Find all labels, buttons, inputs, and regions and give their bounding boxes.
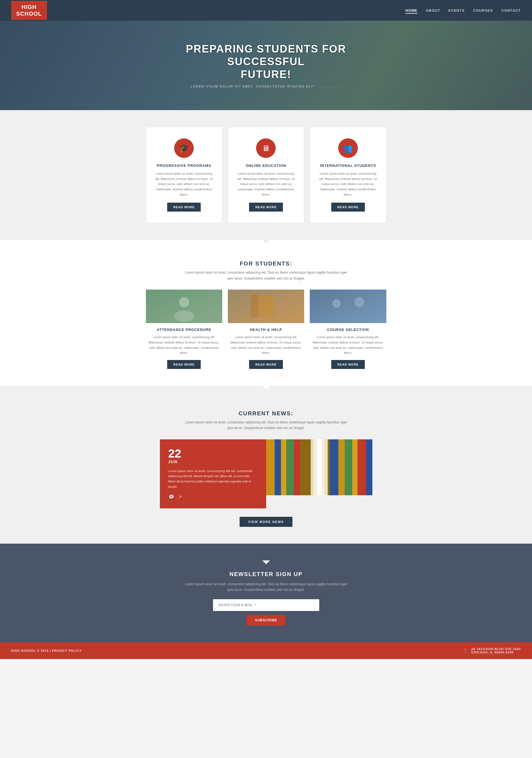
feature-title-1: ONLINE EDUCATION	[236, 163, 296, 168]
news-heading: CURRENT NEWS:	[11, 410, 521, 417]
svg-rect-5	[251, 294, 258, 318]
news-card-left: 22 JUN Lorem ipsum dolor sit amet, conse…	[160, 439, 266, 508]
news-body: Lorem ipsum dolor sit amet, consectscing…	[168, 468, 258, 489]
newsletter-email-input[interactable]	[213, 599, 319, 611]
feature-icon-2: 👥	[338, 138, 358, 158]
feature-btn-2[interactable]: READ MORE	[331, 203, 365, 212]
nav-link-courses[interactable]: COURSES	[473, 8, 493, 13]
divider-1	[0, 240, 532, 244]
feature-card-1: 🖥 ONLINE EDUCATION Lorem ipsum dolor sit…	[228, 127, 304, 223]
nl-top-divider	[11, 560, 521, 566]
newsletter-subtext: Lorem ipsum dolor sit amet, consectetur …	[182, 581, 350, 593]
view-more-news-button[interactable]: VIEW MORE NEWS	[240, 517, 292, 527]
svg-rect-26	[317, 439, 321, 495]
hero-line-decoration	[319, 86, 341, 87]
student-btn-1[interactable]: READ MORE	[249, 360, 283, 369]
news-card-right	[266, 439, 372, 495]
svg-rect-18	[330, 439, 338, 495]
student-title-1: HEALTH & HELP	[228, 327, 304, 332]
students-subtext: Lorem ipsum dolor sit amet, consectetur …	[182, 270, 350, 281]
student-body-0: Lorem ipsum dolor sit amet, consectscing…	[146, 334, 222, 356]
student-btn-2[interactable]: READ MORE	[331, 360, 365, 369]
svg-point-2	[174, 311, 194, 322]
footer: HIGH SCHOOL © 2015 | PRIVACY POLICY 📍 28…	[0, 642, 532, 659]
svg-rect-14	[294, 439, 300, 495]
svg-point-7	[333, 299, 341, 308]
news-subtext: Lorem ipsum dolor sit amet, consectetur …	[182, 420, 350, 431]
students-header: FOR STUDENTS: Lorem ipsum dolor sit amet…	[11, 260, 521, 281]
svg-point-1	[179, 297, 189, 307]
footer-address-wrapper: 📍 28 JACKSON BLVD STE 1020 CHICAGO, IL 6…	[463, 647, 521, 654]
student-image-1	[228, 290, 304, 323]
nav-link-contact[interactable]: CONTACT	[501, 8, 521, 13]
share-icon: ↗	[178, 494, 182, 500]
hero-subtext: LOREM IPSUM DOLOR SIT AMET, CONSECTETUR …	[168, 85, 364, 88]
hero-content: PREPARING STUDENTS FOR SUCCESSFUL FUTURE…	[168, 43, 364, 88]
location-icon: 📍	[463, 648, 469, 653]
feature-body-1: Lorem ipsum dolor sit amet, consectscing…	[236, 171, 296, 197]
svg-rect-19	[338, 439, 345, 495]
arrow-down-1	[262, 240, 270, 244]
nl-triangle	[262, 560, 270, 564]
newsletter-section: NEWSLETTER SIGN UP Lorem ipsum dolor sit…	[0, 544, 532, 642]
student-image-2	[310, 290, 386, 323]
svg-rect-6	[310, 290, 386, 323]
students-heading: FOR STUDENTS:	[11, 260, 521, 267]
logo-line1: HIGH	[16, 4, 42, 10]
student-title-0: ATTENDANCE PROCEDURE	[146, 327, 222, 332]
news-icons: 💬 ↗	[168, 494, 258, 500]
feature-body-0: Lorem ipsum dolor sit amet, consectscing…	[155, 171, 214, 197]
feature-title-0: PROGRESSIVE PROGRAMS	[155, 163, 214, 168]
subscribe-btn-wrapper: SUBSCRIBE	[11, 615, 521, 626]
footer-copyright: HIGH SCHOOL © 2015 | PRIVACY POLICY	[11, 649, 82, 652]
feature-icon-0: 🎓	[174, 138, 194, 158]
hero-heading: PREPARING STUDENTS FOR SUCCESSFUL FUTURE…	[168, 43, 364, 81]
news-section: CURRENT NEWS: Lorem ipsum dolor sit amet…	[0, 394, 532, 544]
nav-links: HOME ABOUT EVENTS COURSES CONTACT	[406, 8, 521, 13]
divider-2	[0, 386, 532, 394]
newsletter-heading: NEWSLETTER SIGN UP	[11, 571, 521, 577]
nav-link-about[interactable]: ABOUT	[426, 8, 440, 13]
student-body-1: Lorem ipsum dolor sit amet, consectscing…	[228, 334, 304, 356]
student-card-2: COURSE SELECTION Lorem ipsum dolor sit a…	[310, 290, 386, 369]
feature-icon-1: 🖥	[256, 138, 276, 158]
svg-rect-11	[274, 439, 281, 495]
svg-rect-10	[266, 439, 274, 495]
svg-rect-13	[286, 439, 294, 495]
svg-rect-21	[352, 439, 357, 495]
news-month: JUN	[168, 460, 258, 464]
logo[interactable]: HIGH SCHOOL	[11, 1, 47, 20]
svg-rect-22	[357, 439, 366, 495]
feature-btn-0[interactable]: READ MORE	[167, 203, 201, 212]
student-image-0	[146, 290, 222, 323]
feature-body-2: Lorem ipsum dolor sit amet, consectscing…	[318, 171, 377, 197]
features-grid: 🎓 PROGRESSIVE PROGRAMS Lorem ipsum dolor…	[146, 127, 386, 223]
feature-card-2: 👥 INTERNATIONAL STUDENTS Lorem ipsum dol…	[310, 127, 386, 223]
svg-rect-12	[281, 439, 286, 495]
svg-rect-20	[345, 439, 352, 495]
nav-link-home[interactable]: HOME	[406, 8, 417, 14]
nav-link-events[interactable]: EVENTS	[448, 8, 465, 13]
navbar: HIGH SCHOOL HOME ABOUT EVENTS COURSES CO…	[0, 0, 532, 21]
library-image	[266, 439, 372, 495]
svg-point-8	[354, 297, 365, 307]
comment-icon: 💬	[168, 494, 174, 500]
subscribe-button[interactable]: SUBSCRIBE	[247, 615, 286, 626]
news-day: 22	[168, 448, 258, 460]
student-card-0: ATTENDANCE PROCEDURE Lorem ipsum dolor s…	[146, 290, 222, 369]
news-btn-wrapper: VIEW MORE NEWS	[11, 517, 521, 527]
footer-address: 28 JACKSON BLVD STE 1020 CHICAGO, IL 606…	[471, 647, 521, 654]
logo-line2: SCHOOL	[16, 10, 42, 17]
hero-section: PREPARING STUDENTS FOR SUCCESSFUL FUTURE…	[0, 21, 532, 110]
svg-rect-15	[300, 439, 305, 495]
feature-title-2: INTERNATIONAL STUDENTS	[318, 163, 377, 168]
news-grid: 22 JUN Lorem ipsum dolor sit amet, conse…	[160, 439, 372, 508]
student-body-2: Lorem ipsum dolor sit amet, consectscing…	[310, 334, 386, 356]
feature-btn-1[interactable]: READ MORE	[249, 203, 283, 212]
students-section: FOR STUDENTS: Lorem ipsum dolor sit amet…	[0, 244, 532, 386]
student-btn-0[interactable]: READ MORE	[167, 360, 201, 369]
features-section: 🎓 PROGRESSIVE PROGRAMS Lorem ipsum dolor…	[0, 110, 532, 240]
svg-rect-4	[258, 295, 274, 318]
svg-rect-23	[366, 439, 372, 495]
students-grid: ATTENDANCE PROCEDURE Lorem ipsum dolor s…	[146, 290, 386, 369]
